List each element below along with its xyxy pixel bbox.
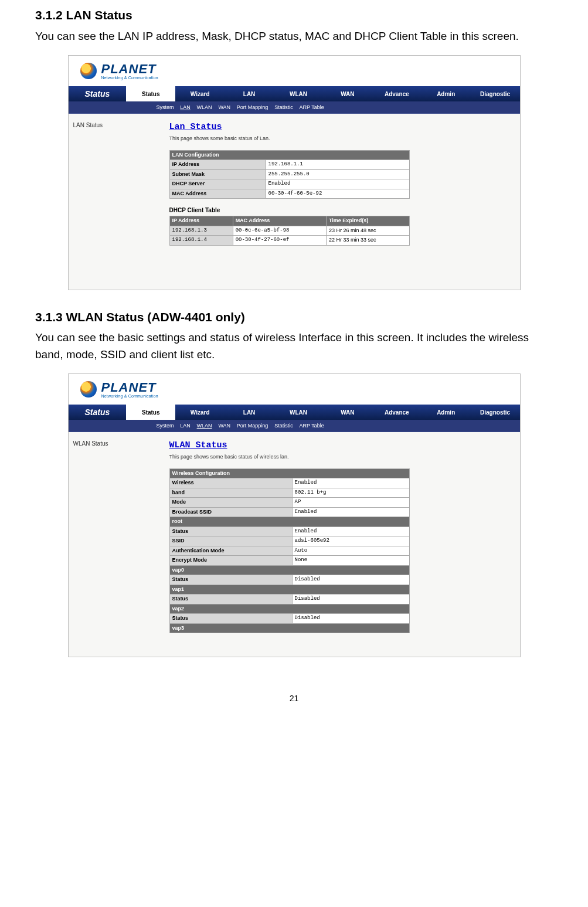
row-label: Wireless <box>169 478 292 488</box>
tab-lan[interactable]: LAN <box>225 86 274 101</box>
tab-status[interactable]: Status <box>126 86 175 101</box>
row-value: Enabled <box>292 526 409 536</box>
tab-diagnostic[interactable]: Diagnostic <box>471 86 520 101</box>
table-row: 192.168.1.4 00-30-4f-27-60-ef 22 Hr 33 m… <box>169 236 409 246</box>
tab-wizard[interactable]: Wizard <box>175 86 225 101</box>
cell-time: 23 Hr 26 min 48 sec <box>326 226 409 236</box>
row-label: MAC Address <box>169 189 266 199</box>
tab-wan[interactable]: WAN <box>323 405 372 420</box>
row-value: adsl-605e92 <box>292 536 409 546</box>
row-value: 802.11 b+g <box>292 488 409 498</box>
section-desc-wlan: You can see the basic settings and statu… <box>35 329 553 363</box>
dhcp-client-table: IP Address MAC Address Time Expired(s) 1… <box>169 216 410 246</box>
row-label: Broadcast SSID <box>169 507 292 517</box>
wlan-config-header: Wireless Configuration <box>169 468 409 478</box>
nav-title: Status <box>69 405 127 420</box>
dhcp-table-title: DHCP Client Table <box>169 206 511 215</box>
row-value: Enabled <box>266 179 409 189</box>
row-label: DHCP Server <box>169 179 266 189</box>
tab-status[interactable]: Status <box>126 405 175 420</box>
page-number: 21 <box>35 692 553 705</box>
subnav-wan[interactable]: WAN <box>218 423 230 429</box>
row-label: Mode <box>169 498 292 508</box>
subnav-system[interactable]: System <box>157 104 174 110</box>
tab-advance[interactable]: Advance <box>372 86 422 101</box>
planet-logo-icon <box>80 63 97 79</box>
lan-status-screenshot: PLANET Networking & Communication Status… <box>68 55 521 290</box>
row-value: Disabled <box>292 595 409 604</box>
main-navbar: Status Status Wizard LAN WLAN WAN Advanc… <box>69 405 520 420</box>
row-label: Authentication Mode <box>169 546 292 556</box>
row-label: Status <box>169 575 292 585</box>
row-value: 192.168.1.1 <box>266 160 409 170</box>
main-navbar: Status Status Wizard LAN WLAN WAN Advanc… <box>69 86 520 101</box>
row-value: Disabled <box>292 614 409 624</box>
group-vap2: vap2 <box>169 604 409 614</box>
tab-wlan[interactable]: WLAN <box>274 86 323 101</box>
tab-wan[interactable]: WAN <box>323 86 372 101</box>
subnav-lan[interactable]: LAN <box>180 423 191 429</box>
dhcp-col-ip: IP Address <box>169 216 233 226</box>
row-value: AP <box>292 498 409 508</box>
wlan-config-table: Wireless Configuration WirelessEnabled b… <box>169 468 410 634</box>
subnav-statistic[interactable]: Statistic <box>274 104 293 110</box>
row-label: band <box>169 488 292 498</box>
tab-diagnostic[interactable]: Diagnostic <box>471 405 520 420</box>
row-label: Status <box>169 526 292 536</box>
page-subtitle: This page shows some basic status of Lan… <box>169 135 511 143</box>
cell-ip: 192.168.1.3 <box>169 226 233 236</box>
row-label: SSID <box>169 536 292 546</box>
sub-navbar: System LAN WLAN WAN Port Mapping Statist… <box>69 101 520 114</box>
row-value: None <box>292 556 409 566</box>
cell-mac: 00-0c-6e-a5-bf-98 <box>233 226 326 236</box>
section-heading-lan: 3.1.2 LAN Status <box>35 6 553 25</box>
logo-bar: PLANET Networking & Communication <box>69 56 520 86</box>
subnav-port-mapping[interactable]: Port Mapping <box>237 104 268 110</box>
dhcp-col-mac: MAC Address <box>233 216 326 226</box>
subnav-arp-table[interactable]: ARP Table <box>299 423 324 429</box>
wlan-status-screenshot: PLANET Networking & Communication Status… <box>68 373 521 657</box>
tab-lan[interactable]: LAN <box>225 405 274 420</box>
tab-wizard[interactable]: Wizard <box>175 405 225 420</box>
lan-config-table: LAN Configuration IP Address192.168.1.1 … <box>169 150 410 199</box>
subnav-arp-table[interactable]: ARP Table <box>299 104 324 110</box>
nav-title: Status <box>69 86 127 101</box>
tab-advance[interactable]: Advance <box>372 405 422 420</box>
section-desc-lan: You can see the LAN IP address, Mask, DH… <box>35 28 553 45</box>
page-subtitle: This page shows some basic status of wir… <box>169 453 511 461</box>
cell-time: 22 Hr 33 min 33 sec <box>326 236 409 246</box>
subnav-wlan[interactable]: WLAN <box>197 104 212 110</box>
logo-subtext: Networking & Communication <box>101 76 158 80</box>
section-heading-wlan: 3.1.3 WLAN Status (ADW-4401 only) <box>35 308 553 327</box>
logo-text: PLANET <box>101 381 158 394</box>
row-value: Auto <box>292 546 409 556</box>
row-value: 255.255.255.0 <box>266 169 409 179</box>
page-title: WLAN Status <box>169 439 511 453</box>
subnav-statistic[interactable]: Statistic <box>274 423 293 429</box>
row-label: Subnet Mask <box>169 169 266 179</box>
group-vap1: vap1 <box>169 585 409 595</box>
sub-navbar: System LAN WLAN WAN Port Mapping Statist… <box>69 420 520 432</box>
logo-text: PLANET <box>101 63 158 76</box>
sidebar: WLAN Status <box>69 432 160 657</box>
row-value: Disabled <box>292 575 409 585</box>
planet-logo-icon <box>80 381 97 398</box>
subnav-lan[interactable]: LAN <box>180 104 191 110</box>
subnav-wan[interactable]: WAN <box>218 104 230 110</box>
subnav-port-mapping[interactable]: Port Mapping <box>237 423 268 429</box>
tab-admin[interactable]: Admin <box>422 405 471 420</box>
lan-config-header: LAN Configuration <box>169 150 409 160</box>
row-value: 00-30-4f-60-5e-92 <box>266 189 409 199</box>
logo-bar: PLANET Networking & Communication <box>69 374 520 405</box>
cell-ip: 192.168.1.4 <box>169 236 233 246</box>
row-label: Status <box>169 614 292 624</box>
row-value: Enabled <box>292 507 409 517</box>
cell-mac: 00-30-4f-27-60-ef <box>233 236 326 246</box>
sidebar-item-lan-status[interactable]: LAN Status <box>73 121 155 130</box>
subnav-wlan[interactable]: WLAN <box>197 423 212 429</box>
sidebar-item-wlan-status[interactable]: WLAN Status <box>73 439 155 448</box>
tab-wlan[interactable]: WLAN <box>274 405 323 420</box>
subnav-system[interactable]: System <box>157 423 174 429</box>
table-row: 192.168.1.3 00-0c-6e-a5-bf-98 23 Hr 26 m… <box>169 226 409 236</box>
tab-admin[interactable]: Admin <box>422 86 471 101</box>
